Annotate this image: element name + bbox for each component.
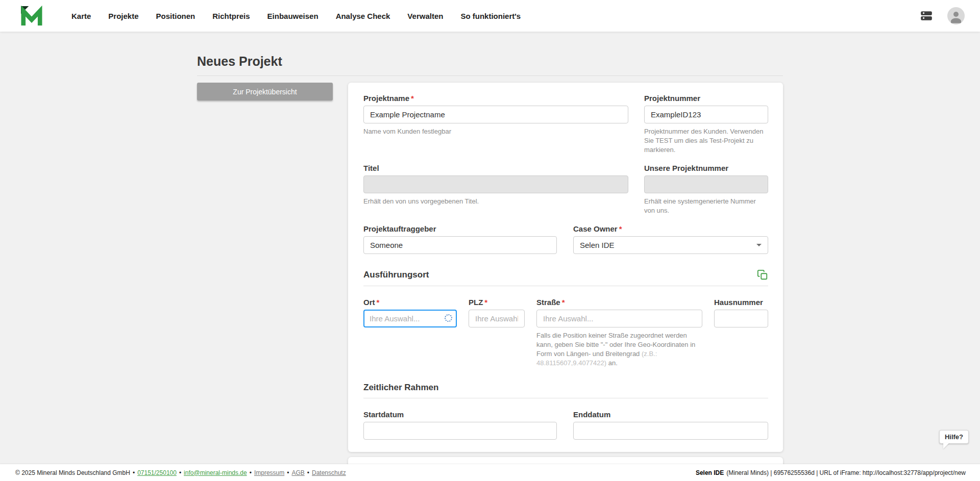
enddatum-input[interactable]	[573, 422, 768, 440]
projektauftraggeber-label: Projektauftraggeber	[363, 224, 557, 234]
agb-link[interactable]: AGB	[291, 469, 304, 476]
separator: •	[179, 469, 181, 476]
enddatum-label: Enddatum	[573, 410, 768, 419]
datenschutz-link[interactable]: Datenschutz	[312, 469, 346, 476]
required-marker: *	[619, 224, 622, 233]
impressum-link[interactable]: Impressum	[254, 469, 284, 476]
copyright-text: © 2025 Mineral Minds Deutschland GmbH	[15, 469, 130, 476]
separator: •	[287, 469, 289, 476]
separator: •	[250, 469, 252, 476]
required-marker: *	[377, 298, 380, 307]
plz-label: PLZ*	[469, 298, 525, 307]
section-ausfuehrungsort-title: Ausführungsort	[363, 270, 429, 280]
case-owner-value: Selen IDE	[580, 241, 615, 249]
nav-item-richtpreis[interactable]: Richtpreis	[212, 12, 250, 20]
ort-input[interactable]	[363, 310, 457, 327]
projektnummer-label: Projektnummer	[644, 94, 768, 103]
copy-icon[interactable]	[757, 269, 768, 281]
strasse-label: Straße*	[536, 298, 702, 307]
required-marker: *	[562, 298, 565, 307]
back-to-projects-button[interactable]: Zur Projektübersicht	[197, 83, 333, 100]
unsere-projektnummer-label: Unsere Projektnummer	[644, 164, 768, 173]
user-avatar-icon[interactable]	[947, 7, 965, 24]
unsere-projektnummer-hint: Erhält eine systemgenerierte Nummer von …	[644, 197, 768, 215]
help-button[interactable]: Hilfe?	[939, 430, 969, 444]
top-navbar: Karte Projekte Positionen Richtpreis Ein…	[0, 0, 980, 32]
titel-hint: Erhält den von uns vorgegebenen Titel.	[363, 197, 628, 206]
projektnummer-hint: Projektnummer des Kunden. Verwenden Sie …	[644, 127, 768, 155]
email-link[interactable]: info@mineral-minds.de	[184, 469, 247, 476]
page-title: Neues Projekt	[197, 54, 783, 69]
titel-input	[363, 175, 628, 193]
footer-session-info: Selen IDE (Mineral Minds) | 69576255536d…	[696, 469, 966, 476]
hausnummer-input[interactable]	[714, 310, 768, 327]
case-owner-label: Case Owner*	[573, 224, 768, 234]
footer-session-detail: (Mineral Minds) | 69576255536d | URL of …	[726, 469, 966, 476]
section-zeitlicher-rahmen-title: Zeitlicher Rahmen	[363, 383, 438, 393]
required-marker: *	[484, 298, 487, 307]
strasse-hint: Falls die Position keiner Straße zugeord…	[536, 331, 702, 368]
projektname-input[interactable]	[363, 106, 628, 123]
ort-label: Ort*	[363, 298, 457, 307]
strasse-input[interactable]	[536, 310, 702, 327]
startdatum-label: Startdatum	[363, 410, 557, 419]
mineral-minds-logo-icon[interactable]	[19, 5, 45, 27]
phone-link[interactable]: 07151/250100	[137, 469, 177, 476]
footer: © 2025 Mineral Minds Deutschland GmbH • …	[0, 464, 980, 481]
startdatum-input[interactable]	[363, 422, 557, 440]
chevron-down-icon	[756, 244, 762, 246]
hausnummer-label: Hausnummer	[714, 298, 768, 307]
section-divider	[363, 398, 768, 398]
projektauftraggeber-input[interactable]	[363, 236, 557, 254]
separator: •	[133, 469, 135, 476]
nav-item-projekte[interactable]: Projekte	[108, 12, 138, 20]
project-form-card: Projektname* Name vom Kunden festlegbar …	[348, 83, 783, 452]
main-content: Neues Projekt Zur Projektübersicht Proje…	[0, 32, 980, 464]
nav-item-analyse-check[interactable]: Analyse Check	[336, 12, 390, 20]
projektname-hint: Name vom Kunden festlegbar	[363, 127, 628, 136]
separator: •	[307, 469, 309, 476]
server-icon[interactable]	[919, 9, 934, 22]
projektnummer-input[interactable]	[644, 106, 768, 123]
unsere-projektnummer-input	[644, 175, 768, 193]
required-marker: *	[411, 94, 414, 103]
footer-user: Selen IDE	[696, 469, 724, 476]
section-divider	[363, 286, 768, 286]
plz-input[interactable]	[469, 310, 525, 327]
titel-label: Titel	[363, 164, 628, 173]
nav-item-positionen[interactable]: Positionen	[156, 12, 195, 20]
main-nav: Karte Projekte Positionen Richtpreis Ein…	[71, 12, 521, 20]
nav-item-verwalten[interactable]: Verwalten	[407, 12, 443, 20]
nav-item-einbauweisen[interactable]: Einbauweisen	[267, 12, 318, 20]
nav-item-karte[interactable]: Karte	[71, 12, 91, 20]
case-owner-select[interactable]: Selen IDE	[573, 236, 768, 254]
projektname-label: Projektname*	[363, 94, 628, 103]
nav-item-so-funktionierts[interactable]: So funktioniert's	[460, 12, 521, 20]
title-divider	[197, 75, 783, 76]
